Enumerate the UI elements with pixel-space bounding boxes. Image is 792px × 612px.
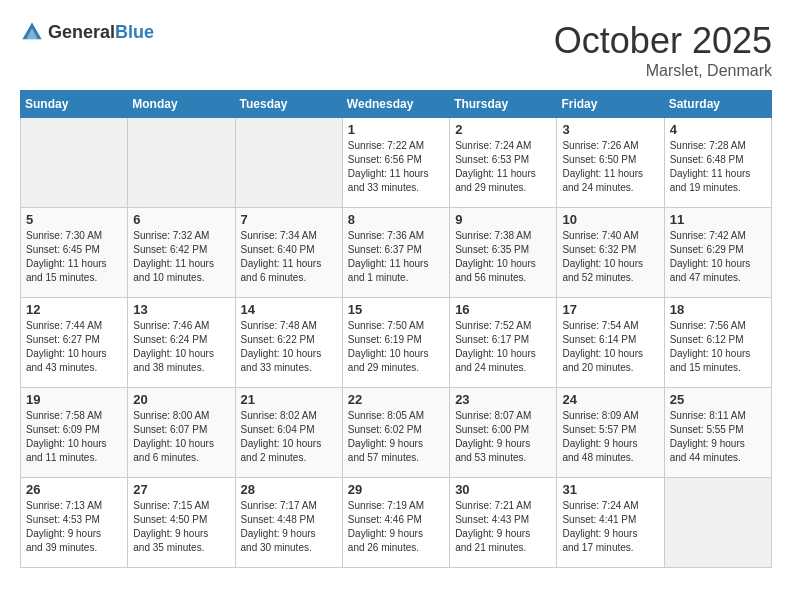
calendar-cell: 19Sunrise: 7:58 AMSunset: 6:09 PMDayligh… [21, 388, 128, 478]
day-number: 30 [455, 482, 551, 497]
cell-content: Sunrise: 7:54 AMSunset: 6:14 PMDaylight:… [562, 319, 658, 375]
cell-content: Sunrise: 7:42 AMSunset: 6:29 PMDaylight:… [670, 229, 766, 285]
calendar-cell: 1Sunrise: 7:22 AMSunset: 6:56 PMDaylight… [342, 118, 449, 208]
calendar-cell: 11Sunrise: 7:42 AMSunset: 6:29 PMDayligh… [664, 208, 771, 298]
day-header-sunday: Sunday [21, 91, 128, 118]
cell-content: Sunrise: 8:09 AMSunset: 5:57 PMDaylight:… [562, 409, 658, 465]
cell-content: Sunrise: 8:05 AMSunset: 6:02 PMDaylight:… [348, 409, 444, 465]
week-row-4: 19Sunrise: 7:58 AMSunset: 6:09 PMDayligh… [21, 388, 772, 478]
calendar-cell: 10Sunrise: 7:40 AMSunset: 6:32 PMDayligh… [557, 208, 664, 298]
day-number: 11 [670, 212, 766, 227]
day-number: 13 [133, 302, 229, 317]
day-number: 22 [348, 392, 444, 407]
day-header-saturday: Saturday [664, 91, 771, 118]
day-number: 15 [348, 302, 444, 317]
cell-content: Sunrise: 7:36 AMSunset: 6:37 PMDaylight:… [348, 229, 444, 285]
calendar-cell: 22Sunrise: 8:05 AMSunset: 6:02 PMDayligh… [342, 388, 449, 478]
calendar-cell: 30Sunrise: 7:21 AMSunset: 4:43 PMDayligh… [450, 478, 557, 568]
day-header-friday: Friday [557, 91, 664, 118]
day-number: 5 [26, 212, 122, 227]
logo-blue: Blue [115, 22, 154, 42]
calendar-cell: 9Sunrise: 7:38 AMSunset: 6:35 PMDaylight… [450, 208, 557, 298]
month-title: October 2025 [554, 20, 772, 62]
cell-content: Sunrise: 7:17 AMSunset: 4:48 PMDaylight:… [241, 499, 337, 555]
cell-content: Sunrise: 8:07 AMSunset: 6:00 PMDaylight:… [455, 409, 551, 465]
calendar-body: 1Sunrise: 7:22 AMSunset: 6:56 PMDaylight… [21, 118, 772, 568]
calendar-cell: 14Sunrise: 7:48 AMSunset: 6:22 PMDayligh… [235, 298, 342, 388]
cell-content: Sunrise: 7:13 AMSunset: 4:53 PMDaylight:… [26, 499, 122, 555]
cell-content: Sunrise: 7:38 AMSunset: 6:35 PMDaylight:… [455, 229, 551, 285]
day-number: 25 [670, 392, 766, 407]
day-number: 8 [348, 212, 444, 227]
cell-content: Sunrise: 7:24 AMSunset: 4:41 PMDaylight:… [562, 499, 658, 555]
day-number: 18 [670, 302, 766, 317]
day-number: 6 [133, 212, 229, 227]
cell-content: Sunrise: 7:56 AMSunset: 6:12 PMDaylight:… [670, 319, 766, 375]
calendar-cell: 26Sunrise: 7:13 AMSunset: 4:53 PMDayligh… [21, 478, 128, 568]
day-header-monday: Monday [128, 91, 235, 118]
logo-general: General [48, 22, 115, 42]
calendar-cell: 20Sunrise: 8:00 AMSunset: 6:07 PMDayligh… [128, 388, 235, 478]
week-row-2: 5Sunrise: 7:30 AMSunset: 6:45 PMDaylight… [21, 208, 772, 298]
calendar-cell: 3Sunrise: 7:26 AMSunset: 6:50 PMDaylight… [557, 118, 664, 208]
day-number: 27 [133, 482, 229, 497]
day-number: 9 [455, 212, 551, 227]
day-number: 12 [26, 302, 122, 317]
cell-content: Sunrise: 7:15 AMSunset: 4:50 PMDaylight:… [133, 499, 229, 555]
day-number: 29 [348, 482, 444, 497]
day-number: 19 [26, 392, 122, 407]
cell-content: Sunrise: 7:21 AMSunset: 4:43 PMDaylight:… [455, 499, 551, 555]
cell-content: Sunrise: 7:50 AMSunset: 6:19 PMDaylight:… [348, 319, 444, 375]
calendar-cell [664, 478, 771, 568]
calendar-cell: 7Sunrise: 7:34 AMSunset: 6:40 PMDaylight… [235, 208, 342, 298]
cell-content: Sunrise: 7:46 AMSunset: 6:24 PMDaylight:… [133, 319, 229, 375]
cell-content: Sunrise: 7:19 AMSunset: 4:46 PMDaylight:… [348, 499, 444, 555]
cell-content: Sunrise: 7:52 AMSunset: 6:17 PMDaylight:… [455, 319, 551, 375]
calendar-cell: 23Sunrise: 8:07 AMSunset: 6:00 PMDayligh… [450, 388, 557, 478]
cell-content: Sunrise: 7:48 AMSunset: 6:22 PMDaylight:… [241, 319, 337, 375]
calendar-cell: 13Sunrise: 7:46 AMSunset: 6:24 PMDayligh… [128, 298, 235, 388]
week-row-5: 26Sunrise: 7:13 AMSunset: 4:53 PMDayligh… [21, 478, 772, 568]
day-number: 14 [241, 302, 337, 317]
calendar-cell: 12Sunrise: 7:44 AMSunset: 6:27 PMDayligh… [21, 298, 128, 388]
calendar-cell: 2Sunrise: 7:24 AMSunset: 6:53 PMDaylight… [450, 118, 557, 208]
cell-content: Sunrise: 7:28 AMSunset: 6:48 PMDaylight:… [670, 139, 766, 195]
cell-content: Sunrise: 7:44 AMSunset: 6:27 PMDaylight:… [26, 319, 122, 375]
cell-content: Sunrise: 7:30 AMSunset: 6:45 PMDaylight:… [26, 229, 122, 285]
day-number: 24 [562, 392, 658, 407]
calendar-cell: 18Sunrise: 7:56 AMSunset: 6:12 PMDayligh… [664, 298, 771, 388]
day-number: 10 [562, 212, 658, 227]
day-number: 20 [133, 392, 229, 407]
calendar-cell: 15Sunrise: 7:50 AMSunset: 6:19 PMDayligh… [342, 298, 449, 388]
calendar-cell: 5Sunrise: 7:30 AMSunset: 6:45 PMDaylight… [21, 208, 128, 298]
day-number: 23 [455, 392, 551, 407]
cell-content: Sunrise: 7:22 AMSunset: 6:56 PMDaylight:… [348, 139, 444, 195]
cell-content: Sunrise: 7:32 AMSunset: 6:42 PMDaylight:… [133, 229, 229, 285]
day-header-thursday: Thursday [450, 91, 557, 118]
calendar-cell: 4Sunrise: 7:28 AMSunset: 6:48 PMDaylight… [664, 118, 771, 208]
day-number: 3 [562, 122, 658, 137]
calendar-cell: 6Sunrise: 7:32 AMSunset: 6:42 PMDaylight… [128, 208, 235, 298]
logo: GeneralBlue [20, 20, 154, 44]
calendar-cell: 31Sunrise: 7:24 AMSunset: 4:41 PMDayligh… [557, 478, 664, 568]
week-row-3: 12Sunrise: 7:44 AMSunset: 6:27 PMDayligh… [21, 298, 772, 388]
calendar-cell: 28Sunrise: 7:17 AMSunset: 4:48 PMDayligh… [235, 478, 342, 568]
day-number: 4 [670, 122, 766, 137]
day-number: 26 [26, 482, 122, 497]
location-title: Marslet, Denmark [554, 62, 772, 80]
day-header-wednesday: Wednesday [342, 91, 449, 118]
calendar-cell [235, 118, 342, 208]
day-number: 17 [562, 302, 658, 317]
calendar-cell: 21Sunrise: 8:02 AMSunset: 6:04 PMDayligh… [235, 388, 342, 478]
logo-icon [20, 20, 44, 44]
calendar-cell: 25Sunrise: 8:11 AMSunset: 5:55 PMDayligh… [664, 388, 771, 478]
cell-content: Sunrise: 8:02 AMSunset: 6:04 PMDaylight:… [241, 409, 337, 465]
day-number: 28 [241, 482, 337, 497]
cell-content: Sunrise: 7:26 AMSunset: 6:50 PMDaylight:… [562, 139, 658, 195]
day-number: 2 [455, 122, 551, 137]
cell-content: Sunrise: 7:24 AMSunset: 6:53 PMDaylight:… [455, 139, 551, 195]
day-number: 1 [348, 122, 444, 137]
cell-content: Sunrise: 7:58 AMSunset: 6:09 PMDaylight:… [26, 409, 122, 465]
calendar-header-row: SundayMondayTuesdayWednesdayThursdayFrid… [21, 91, 772, 118]
day-number: 31 [562, 482, 658, 497]
